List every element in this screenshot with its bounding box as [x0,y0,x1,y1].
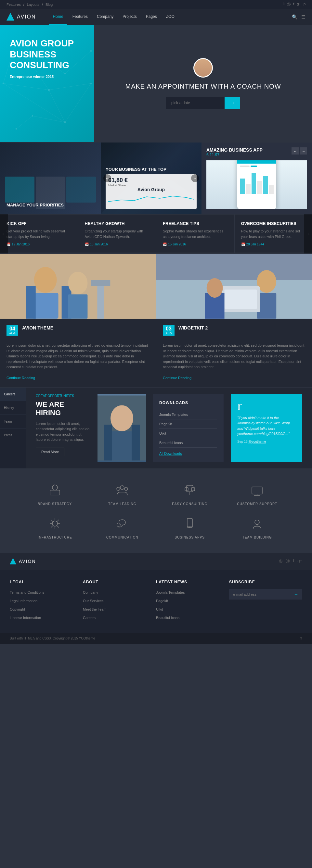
footer-news-link-0[interactable]: Joomla Templates [156,590,185,594]
sidebar-nav-history[interactable]: History [0,401,26,415]
footer-legal-link-1[interactable]: Legal Information [10,599,37,603]
svg-point-13 [48,89,50,91]
download-item-1[interactable]: PageKit [159,420,217,429]
downloads-title: DOWNLOADS [159,401,217,405]
svg-rect-55 [252,487,262,494]
mini-chart [108,193,194,207]
footer-cols: LEGAL Terms and Conditions Legal Informa… [0,570,312,633]
breadcrumb-item: Features [6,3,21,6]
service-label-building: TEAM BUILDING [243,536,272,539]
downloads-all-link[interactable]: All Downloads [159,452,217,456]
footer-github-icon[interactable]: ◎ [279,558,282,564]
googleplus-icon[interactable]: g+ [297,2,301,7]
service-easy-consulting[interactable]: EASY CONSULTING [161,482,219,506]
team-building-icon [249,516,265,532]
footer-about-link-0[interactable]: Company [83,590,98,594]
post-read-more-0[interactable]: Continue Reading [6,376,35,380]
service-brand-strategy[interactable]: BRAND STRATEGY [26,482,84,506]
footer-news-link-2[interactable]: Uikit [156,607,163,611]
svg-rect-26 [26,286,36,319]
careers-tag: Great opportunities [36,394,91,398]
service-label-apps: BUSINESS APPS [175,536,205,539]
post-date-1: 03 AUG [163,325,174,336]
blog-card-title-3: OVERCOME INSECURITIES [241,221,306,226]
footer-col-news: LATEST NEWS Joomla Templates Pagekit Uik… [156,580,229,623]
blog-card-text-3: How to play to your strengths and set yo… [241,228,306,239]
blog-next-button[interactable]: → [304,214,312,253]
footer-twitter-icon[interactable]: ⓒ [286,558,290,564]
pinterest-icon[interactable]: p [304,2,306,7]
footer-legal-link-0[interactable]: Terms and Conditions [10,590,44,594]
footer-legal-link-3[interactable]: License Information [10,616,41,620]
logo-icon [6,13,14,21]
footer-about-link-1[interactable]: Our Services [83,599,104,603]
service-customer-support[interactable]: CUSTOMER SUPPORT [228,482,286,506]
slide3-prev-button[interactable]: ← [291,147,299,155]
twitter-icon[interactable]: ⓒ [287,2,290,7]
service-infrastructure[interactable]: INFRASTRUCTURE [26,516,84,539]
scroll-top-icon[interactable]: ⇧ [300,637,302,640]
blog-card-title-2: FREELANCE TIPS [163,221,227,226]
service-label-comm: COMMUNICATION [106,536,138,539]
nav-link-zoo[interactable]: ZOO [162,9,178,25]
blog-card-3: OVERCOME INSECURITIES How to play to you… [235,215,312,252]
mini-card-1 [5,177,34,203]
downloads-widget: DOWNLOADS Joomla Templates PageKit Uikit… [153,394,224,462]
subscribe-email-input[interactable] [229,589,290,599]
nav-link-home[interactable]: Home [49,9,67,25]
appointment-submit-button[interactable]: → [225,97,240,109]
twitter-meta: Sep 13 @yootheme [237,440,296,443]
slide-next-button[interactable]: → [191,174,199,182]
subscribe-submit-button[interactable]: → [290,589,302,599]
download-item-2[interactable]: Uikit [159,429,217,438]
service-team-building[interactable]: TEAM BUILDING [228,516,286,539]
footer-about-link-2[interactable]: Meet the Team [83,607,107,611]
post-image-graphic-1 [156,254,312,319]
sidebar-nav-careers[interactable]: Careers [0,388,26,401]
sidebar-nav-press[interactable]: Press [0,429,26,442]
nav-link-projects[interactable]: Projects [119,9,140,25]
nav-link-company[interactable]: Company [93,9,117,25]
blog-card-title-0: KICK OFF [6,221,71,226]
footer-subscribe-title: SUBSCRIBE [229,580,302,584]
footer-googleplus-icon[interactable]: g+ [297,558,302,564]
footer-legal-link-2[interactable]: Copyright [10,607,25,611]
careers-title: WE ARE HIRING [36,400,91,417]
service-business-apps[interactable]: BUSINESS APPS [161,516,219,539]
footer-news-link-1[interactable]: Pagekit [156,599,168,603]
svg-point-46 [52,485,58,490]
post-text-1: Lorem ipsum dolor sit amet, consectetur … [163,343,306,370]
read-more-button[interactable]: Read More [36,447,64,456]
twitter-handle-link[interactable]: @yootheme [248,440,266,443]
facebook-icon[interactable]: f [293,2,294,7]
download-item-0[interactable]: Joomla Templates [159,410,217,420]
github-icon[interactable]:  [283,2,284,7]
service-team-leading[interactable]: TEAM LEADING [94,482,151,506]
footer-about-link-3[interactable]: Careers [83,616,95,620]
slide3-next-button[interactable]: → [300,147,307,155]
coach-avatar [193,58,213,78]
nav-link-pages[interactable]: Pages [142,9,161,25]
svg-line-9 [3,84,65,122]
slide-prev-button[interactable]: ← [103,174,111,182]
sidebar-nav-team[interactable]: Team [0,415,26,429]
service-communication[interactable]: COMMUNICATION [94,516,151,539]
menu-icon[interactable]: ☰ [301,14,306,20]
date-input[interactable] [166,97,225,109]
footer-copyright: Built with HTML 5 and CSS3. Copyright © … [10,637,95,640]
nav-link-features[interactable]: Features [68,9,92,25]
nav-logo[interactable]: AVION [6,13,36,21]
footer-facebook-icon[interactable]: f [293,558,294,564]
download-item-3[interactable]: Beautiful Icons [159,438,217,447]
breadcrumb-sep: / [23,3,24,6]
slide-3-nav: ← → [291,147,307,155]
blog-prev-button[interactable]: ← [0,214,8,253]
search-icon[interactable]: 🔍 [292,14,297,20]
svg-point-28 [68,272,88,294]
post-read-more-1[interactable]: Continue Reading [163,376,192,380]
hero-title: AVION GROUP BUSINESS CONSULTING [10,38,85,71]
top-bar: Features / Layouts / Blog  ⓒ f g+ p [0,0,312,9]
blog-card-meta-2: 📅 15 Jan 2016 [163,243,227,246]
footer-news-link-3[interactable]: Beautiful Icons [156,616,179,620]
svg-line-64 [57,526,59,527]
